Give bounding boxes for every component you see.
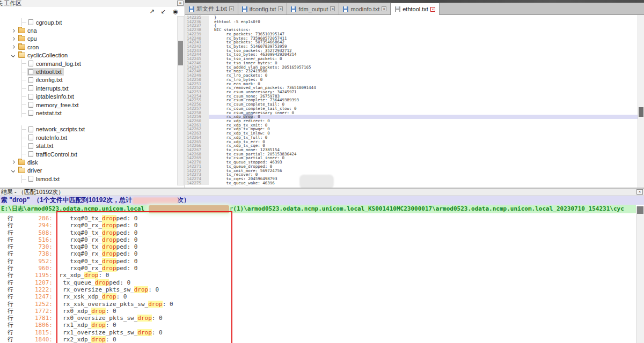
results-close-icon[interactable]: × [636, 189, 643, 195]
line-content[interactable]: rx_xdp_redirect: 0 [209, 119, 638, 123]
tree-folder[interactable]: cna [0, 26, 177, 34]
tree-file[interactable]: stat.txt [0, 141, 177, 150]
tree-file[interactable]: cgroup.txt [0, 18, 177, 26]
line-content[interactable]: tx_queue_stopped: 46393 [209, 160, 638, 165]
editor-lines[interactable]: 142235 } 142236 ethtool -S enp1s0f0 1422… [185, 16, 638, 188]
results-scrollbar-thumb[interactable] [637, 206, 643, 214]
line-content[interactable]: tx_xmit_more: 569724756 [209, 169, 638, 173]
line-content[interactable]: rx_csum_unnecessary_inner: 0 [209, 111, 638, 115]
editor-tab[interactable]: 新文件 1.txt × [185, 3, 238, 14]
tree-file-label: ifconfig.txt [36, 77, 63, 83]
chevron-icon[interactable] [11, 45, 15, 49]
search-result-row[interactable]: 行 286: txq#0_tx_dropped: 0 [0, 215, 636, 222]
tree-folder[interactable]: driver [0, 167, 177, 175]
line-content[interactable]: tx_added_vlan_packets: 205165957165 [209, 65, 638, 70]
tree-folder[interactable]: disk [0, 158, 177, 166]
row-line-prefix: 行 [8, 258, 15, 265]
search-result-row[interactable]: 行 1815: rx1_oversize_pkts_sw_drop: 0 [0, 329, 636, 336]
workspace-title: 工作区 [4, 0, 21, 6]
search-result-row[interactable]: 行 1772: rx0_xdp_drop: 0 [0, 308, 636, 315]
tree-file[interactable]: command_log.txt [0, 59, 177, 68]
editor-line[interactable]: 142237 { [185, 24, 638, 28]
chevron-icon[interactable] [11, 54, 15, 57]
search-result-row[interactable]: 行 730: txq#0_tx_dropped: 0 [0, 243, 636, 250]
editor-line[interactable]: 142275 tx_queue_wake: 46396 [185, 181, 638, 185]
search-result-row[interactable]: 行 1781: rx0_oversize_pkts_sw_drop: 0 [0, 315, 636, 322]
line-content[interactable]: rx_lro_packets: 0 [209, 73, 638, 78]
line-content[interactable]: rx_xdp_tx_mpwqe: 0 [209, 127, 638, 131]
search-result-row[interactable]: 行 960: rxq#0_rx_dropped: 0 [0, 265, 636, 272]
tree-file[interactable]: iptablesInfo.txt [0, 93, 177, 101]
tree-folder[interactable]: cron [0, 43, 177, 51]
tree-file[interactable]: ifconfig.txt [0, 76, 177, 84]
row-line-number: 508: [15, 229, 53, 236]
row-line-prefix: 行 [8, 222, 15, 229]
line-content[interactable]: rx_xdp_tx_err: 0 [209, 140, 638, 144]
search-result-row[interactable]: 行 952: txq#0_tx_dropped: 0 [0, 258, 636, 265]
tree-file[interactable]: ethtool.txt [0, 68, 177, 76]
line-content[interactable]: tx_queue_wake: 46396 [209, 181, 638, 185]
search-result-row[interactable]: 行 516: rxq#0_rx_dropped: 0 [0, 236, 636, 243]
search-result-row[interactable]: 行 1207: tx_queue_dropped: 0 [0, 279, 636, 286]
editor-line[interactable]: 142236 ethtool -S enp1s0f0 [185, 20, 638, 24]
line-content[interactable]: } [209, 16, 638, 20]
chevron-icon[interactable] [11, 37, 15, 41]
line-content[interactable]: rx_xdp_tx_inlnw: 0 [209, 131, 638, 136]
editor-tab[interactable]: ethtool.txt × [391, 3, 440, 15]
line-content[interactable]: rx_xdp_tx_full: 0 [209, 136, 638, 140]
workspace-scrollbar-thumb[interactable] [178, 41, 183, 65]
line-content[interactable]: { [209, 24, 638, 28]
chevron-icon[interactable] [11, 160, 15, 164]
tree-file[interactable]: memory_free.txt [0, 101, 177, 109]
tree-file[interactable]: interrupts.txt [0, 84, 177, 92]
search-result-row[interactable]: 行 1195: rx_xdp_drop: 0 [0, 272, 636, 279]
row-match-text: rx_oversize_pkts_sw_drop: 0 [56, 286, 159, 293]
line-content[interactable]: rx_lro_bytes: 0 [209, 78, 638, 82]
search-result-row[interactable]: 行 1247: rx_xsk_xdp_drop: 0 [0, 293, 636, 300]
search-result-row[interactable]: 行 1222: rx_oversize_pkts_sw_drop: 0 [0, 286, 636, 293]
locate-file-icon[interactable]: ◉ [172, 8, 179, 15]
tree-folder[interactable]: cyclicCollection [0, 51, 177, 59]
text-editor[interactable]: 142235 } 142236 ethtool -S enp1s0f0 1422… [185, 15, 644, 188]
editor-scrollbar[interactable] [638, 15, 644, 188]
editor-scrollbar-thumb[interactable] [639, 107, 643, 117]
search-result-row[interactable]: 行 1840: rx2_xdp_drop: 0 [0, 336, 636, 343]
results-title: 结果 - （匹配10192次） [1, 189, 64, 195]
search-result-row[interactable]: 行 1252: rx_xsk_oversize_pkts_sw_drop: 0 [0, 301, 636, 308]
tab-close-icon[interactable]: × [229, 6, 234, 11]
editor-tab[interactable]: fdm_output × [287, 3, 339, 14]
search-result-row[interactable]: 行 738: rxq#0_rx_dropped: 0 [0, 250, 636, 257]
chevron-icon[interactable] [11, 29, 15, 33]
expand-all-icon[interactable]: ↗ [148, 8, 156, 15]
line-content[interactable]: ethtool -S enp1s0f0 [209, 20, 638, 24]
search-result-row[interactable]: 行 294: rxq#0_rx_dropped: 0 [0, 222, 636, 229]
file-icon [28, 61, 33, 66]
tree-file[interactable]: network_scripts.txt [0, 125, 177, 133]
workspace-close-icon[interactable]: × [177, 1, 184, 6]
editor-tab[interactable]: ifconfig.txt × [238, 3, 288, 14]
tab-close-icon[interactable]: × [278, 6, 283, 11]
result-file-path[interactable]: E:\日志\armod0523.odata.ncmp.unicom.locala… [0, 205, 636, 213]
tree-file[interactable]: routeInfo.txt [0, 133, 177, 141]
collapse-all-icon[interactable]: ↙ [159, 8, 167, 15]
workspace-scrollbar[interactable] [177, 16, 184, 185]
tab-close-icon[interactable]: × [430, 7, 435, 12]
search-result-row[interactable]: 行 1806: rx1_xdp_drop: 0 [0, 322, 636, 329]
chevron-icon[interactable] [11, 169, 15, 173]
tree-file[interactable]: lsmod.txt [0, 175, 177, 183]
row-line-prefix: 行 [8, 250, 15, 257]
line-content[interactable]: rx_xdp_tx_xmit: 0 [209, 123, 638, 128]
line-content[interactable]: tx_nop: 232419588 [209, 69, 638, 73]
results-scrollbar[interactable] [636, 206, 644, 343]
workspace-title-partial-glyph: 关 [0, 0, 4, 6]
tree-file[interactable]: trafficControl.txt [0, 150, 177, 158]
line-content[interactable]: rx_xdp_drop: 0 [209, 115, 638, 119]
tab-close-icon[interactable]: × [330, 6, 335, 11]
tab-close-icon[interactable]: × [382, 6, 386, 11]
tree-file[interactable]: netstat.txt [0, 109, 177, 117]
editor-tab[interactable]: modinfo.txt × [339, 3, 391, 14]
file-icon [28, 110, 33, 116]
search-result-row[interactable]: 行 508: txq#0_tx_dropped: 0 [0, 229, 636, 236]
row-line-prefix: 行 [8, 336, 15, 343]
tree-folder[interactable]: cpu [0, 35, 177, 43]
